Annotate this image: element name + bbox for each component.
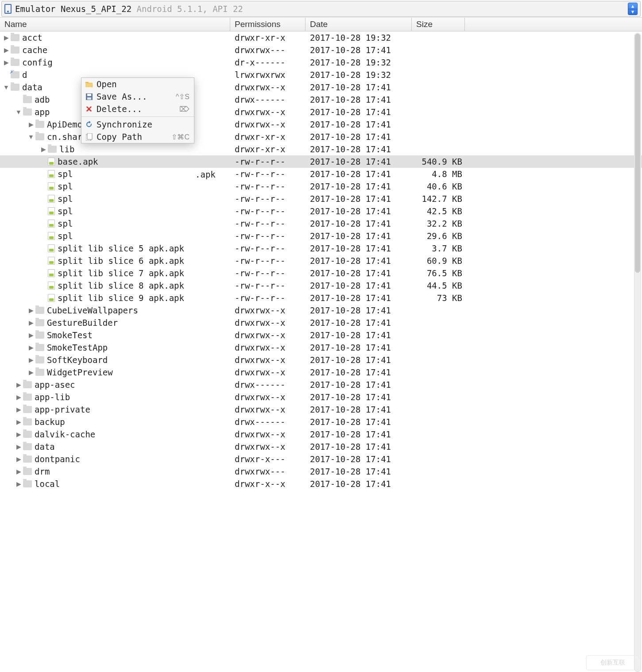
cell-permissions: dr-x------ (230, 58, 306, 67)
cell-permissions: -rw-r--r-- (230, 206, 306, 216)
chevron-right-icon[interactable]: ▶ (3, 34, 10, 41)
chevron-right-icon[interactable]: ▶ (27, 369, 35, 376)
chevron-right-icon[interactable]: ▶ (27, 356, 35, 363)
chevron-right-icon[interactable]: ▶ (15, 418, 22, 425)
table-row[interactable]: split_lib_slice_7_apk.apk-rw-r--r--2017-… (0, 267, 642, 279)
file-name: app-asec (35, 380, 75, 390)
chevron-right-icon[interactable]: ▶ (15, 381, 22, 388)
file-tree[interactable]: Open Save As... ^⇧S ✕ Delete... ⌦ Synchr… (0, 31, 642, 671)
chevron-down-icon[interactable]: ▼ (15, 108, 22, 116)
chevron-right-icon[interactable]: ▶ (15, 468, 22, 475)
cell-permissions: drwxrwx--x (230, 343, 306, 352)
cell-permissions: drwxr-x--x (230, 479, 306, 489)
file-name: d (22, 70, 27, 80)
table-row[interactable]: spl-rw-r--r--2017-10-28 17:4132.2 KB (0, 217, 642, 230)
chevron-right-icon[interactable]: ▶ (27, 121, 35, 128)
apk-file-icon (48, 170, 55, 178)
header-name[interactable]: Name (0, 18, 230, 31)
cell-name: split_lib_slice_5_apk.apk (0, 243, 230, 253)
cell-name: ▶dontpanic (0, 454, 230, 464)
cell-name: spl (0, 194, 230, 204)
scrollbar-thumb[interactable] (635, 34, 640, 273)
table-row[interactable]: ▶CubeLiveWallpapersdrwxrwx--x2017-10-28 … (0, 304, 642, 317)
menu-item-delete[interactable]: ✕ Delete... ⌦ (81, 103, 194, 115)
menu-label: Delete... (97, 104, 179, 114)
table-row[interactable]: ▶WidgetPreviewdrwxrwx--x2017-10-28 17:41 (0, 366, 642, 378)
chevron-right-icon[interactable]: ▶ (3, 59, 10, 66)
table-row[interactable]: split_lib_slice_6_apk.apk-rw-r--r--2017-… (0, 255, 642, 267)
table-row[interactable]: spl-rw-r--r--2017-10-28 17:4142.5 KB (0, 205, 642, 217)
menu-shortcut: ⇧⌘C (171, 133, 190, 141)
chevron-right-icon[interactable]: ▶ (3, 46, 10, 54)
open-folder-icon (84, 81, 94, 87)
table-row[interactable]: ▶SoftKeyboarddrwxrwx--x2017-10-28 17:41 (0, 354, 642, 366)
cell-size: 40.6 KB (412, 182, 465, 191)
chevron-right-icon[interactable]: ▶ (40, 146, 47, 153)
cell-date: 2017-10-28 17:41 (306, 206, 412, 216)
table-row[interactable]: ▶libdrwxr-xr-x2017-10-28 17:41 (0, 143, 642, 155)
chevron-right-icon[interactable]: ▶ (15, 443, 22, 450)
table-row[interactable]: ▶SmokeTestdrwxrwx--x2017-10-28 17:41 (0, 329, 642, 341)
device-dropdown-button[interactable]: ▲ ▼ (628, 3, 638, 15)
cell-name: spl (0, 182, 230, 191)
table-row[interactable]: ▶dontpanicdrwxr-x---2017-10-28 17:41 (0, 453, 642, 465)
device-name: Emulator Nexus_5_API_22 (15, 4, 131, 14)
header-date[interactable]: Date (306, 18, 412, 31)
cell-date: 2017-10-28 17:41 (306, 243, 412, 253)
chevron-right-icon[interactable]: ▶ (27, 307, 35, 314)
file-name: dontpanic (35, 454, 80, 464)
table-row[interactable]: ▶configdr-x------2017-10-28 19:32 (0, 56, 642, 69)
menu-label: Save As... (97, 92, 176, 101)
file-name: spl (58, 182, 73, 191)
table-row[interactable]: ▶localdrwxr-x--x2017-10-28 17:41 (0, 478, 642, 490)
table-row[interactable]: spl-rw-r--r--2017-10-28 17:41142.7 KB (0, 193, 642, 205)
table-row[interactable]: spl-rw-r--r--2017-10-28 17:4129.6 KB (0, 230, 642, 242)
table-row[interactable]: ▶backupdrwx------2017-10-28 17:41 (0, 416, 642, 428)
table-row[interactable]: base.apk-rw-r--r--2017-10-28 17:41540.9 … (0, 155, 642, 168)
file-name: spl (58, 231, 73, 241)
cell-permissions: -rw-r--r-- (230, 157, 306, 166)
table-row[interactable]: split_lib_slice_5_apk.apk-rw-r--r--2017-… (0, 242, 642, 255)
table-row[interactable]: ▶app-asecdrwx------2017-10-28 17:41 (0, 378, 642, 391)
table-row[interactable]: ▶drmdrwxrwx---2017-10-28 17:41 (0, 465, 642, 478)
chevron-right-icon[interactable]: ▶ (15, 456, 22, 463)
header-permissions[interactable]: Permissions (230, 18, 306, 31)
table-row[interactable]: split_lib_slice_8_apk.apk-rw-r--r--2017-… (0, 279, 642, 292)
chevron-right-icon[interactable]: ▶ (15, 394, 22, 401)
table-row[interactable]: ▶GestureBuilderdrwxrwx--x2017-10-28 17:4… (0, 317, 642, 329)
menu-item-open[interactable]: Open (81, 78, 194, 90)
table-row[interactable]: ▶cachedrwxrwx---2017-10-28 17:41 (0, 44, 642, 56)
menu-item-save-as[interactable]: Save As... ^⇧S (81, 90, 194, 103)
table-row[interactable]: split_lib_slice_9_apk.apk-rw-r--r--2017-… (0, 292, 642, 304)
table-row[interactable]: ▶dalvik-cachedrwxrwx--x2017-10-28 17:41 (0, 428, 642, 440)
table-row[interactable]: ▶acctdrwxr-xr-x2017-10-28 19:32 (0, 31, 642, 44)
device-selector[interactable]: Emulator Nexus_5_API_22 Android 5.1.1, A… (1, 1, 641, 17)
table-row[interactable]: ▶datadrwxrwx--x2017-10-28 17:41 (0, 440, 642, 453)
file-name: spl (58, 169, 73, 179)
folder-icon (23, 431, 32, 438)
folder-icon (11, 59, 19, 66)
chevron-right-icon[interactable]: ▶ (27, 319, 35, 326)
menu-item-copy-path[interactable]: Copy Path ⇧⌘C (81, 131, 194, 143)
file-name: WidgetPreview (47, 367, 113, 377)
chevron-down-icon[interactable]: ▼ (27, 133, 35, 140)
chevron-right-icon[interactable]: ▶ (27, 332, 35, 339)
apk-file-icon (48, 294, 55, 302)
chevron-right-icon[interactable]: ▶ (15, 480, 22, 487)
header-size[interactable]: Size (412, 18, 465, 31)
chevron-right-icon[interactable]: ▶ (15, 406, 22, 413)
table-row[interactable]: spl-rw-r--r--2017-10-28 17:4140.6 KB (0, 180, 642, 193)
cell-permissions: -rw-r--r-- (230, 219, 306, 228)
cell-name: split_lib_slice_9_apk.apk (0, 293, 230, 303)
chevron-right-icon[interactable]: ▶ (27, 344, 35, 351)
table-row[interactable]: ▶app-libdrwxrwx--x2017-10-28 17:41 (0, 391, 642, 403)
table-row[interactable]: spl-rw-r--r--2017-10-28 17:414.8 MB (0, 168, 642, 180)
chevron-right-icon[interactable]: ▶ (15, 431, 22, 438)
table-row[interactable]: ▶app-privatedrwxrwx--x2017-10-28 17:41 (0, 403, 642, 416)
chevron-down-icon[interactable]: ▼ (3, 84, 10, 91)
menu-item-synchronize[interactable]: Synchronize (81, 118, 194, 131)
table-row[interactable]: ▶SmokeTestAppdrwxrwx--x2017-10-28 17:41 (0, 341, 642, 354)
vertical-scrollbar[interactable] (634, 33, 641, 672)
cell-name: ▶SmokeTest (0, 330, 230, 340)
cell-permissions: drwxrwx--- (230, 467, 306, 476)
